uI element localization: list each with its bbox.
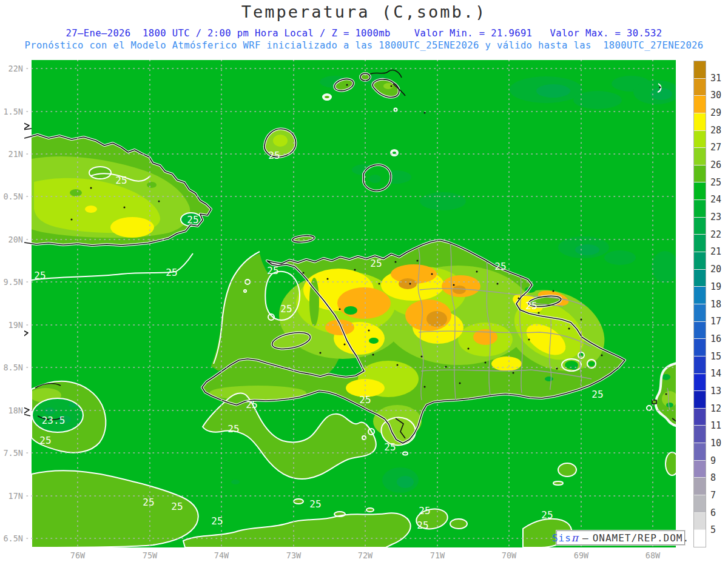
colorbar-block [694, 530, 706, 547]
brand-separator: – [582, 532, 589, 544]
lat-tick-label: 21N [0, 149, 23, 159]
colorbar-boundary-label: 29 [710, 107, 721, 118]
contour-label: 25 [419, 506, 430, 516]
contour-label: 25 [359, 395, 371, 405]
colorbar-boundary-label: 15 [710, 351, 721, 362]
colorbar-block [694, 182, 706, 200]
colorbar-boundary-label: 23 [710, 212, 721, 222]
lat-tick-label: 9.5N [0, 277, 23, 287]
lat-tick-label: 0.5N [0, 192, 23, 201]
lat-tick-label: 8.5N [0, 363, 23, 372]
colorbar-boundary-label: 14 [710, 368, 721, 379]
contour-label: 25 [494, 262, 506, 272]
lat-tick-label: 6.5N [0, 534, 23, 543]
lon-tick-label: 68W [636, 550, 670, 560]
contour-label: 25 [34, 271, 46, 281]
colorbar-block [694, 304, 706, 322]
lat-tick-label: 19N [0, 320, 23, 330]
colorbar-block [694, 322, 706, 340]
pi-symbol: π [571, 532, 579, 544]
colorbar-block [694, 200, 706, 218]
colorbar-block [694, 131, 706, 149]
lon-tick-label: 71W [420, 550, 454, 560]
branding-box: Sisπ–ONAMET/REP.DOM. [556, 530, 685, 545]
colorbar-boundary-label: 6 [710, 507, 716, 518]
lon-tick-label: 73W [277, 550, 311, 560]
lat-tick-label: 18N [0, 406, 23, 415]
contour-label: 25 [525, 301, 537, 311]
colorbar-boundary-label: 13 [710, 386, 721, 396]
colorbar-boundary-label: 19 [710, 281, 721, 292]
colorbar-block [694, 113, 706, 131]
colorbar-boundary-label: 5 [710, 524, 716, 535]
contour-label: 23.5 [42, 416, 66, 426]
colorbar-block [694, 287, 706, 304]
colorbar-boundary-label: 18 [710, 299, 721, 310]
contour-label: 25 [228, 424, 239, 434]
colorbar-boundary-label: 26 [710, 159, 721, 170]
contour-label: 25 [268, 151, 280, 161]
colorbar-boundary-label: 8 [710, 472, 716, 483]
colorbar-boundary-label: 30 [710, 90, 721, 101]
colorbar-block [694, 270, 706, 287]
colorbar-boundary-label: 16 [710, 333, 721, 344]
temperature-map [0, 0, 728, 562]
colorbar-boundary-label: 7 [710, 490, 716, 501]
colorbar-block [694, 478, 706, 495]
lat-tick-label: 22N [0, 64, 23, 73]
colorbar-boundary-label: 28 [710, 125, 721, 136]
colorbar-block [694, 218, 706, 235]
contour-label: 25 [370, 259, 382, 269]
colorbar-block [694, 409, 706, 426]
contour-label: 25 [267, 266, 278, 276]
contour-label: 25 [171, 502, 183, 512]
colorbar-block [694, 356, 706, 374]
lat-tick-label: 17N [0, 491, 23, 501]
lat-tick-label: 1.5N [0, 107, 23, 116]
lat-tick-label: 7.5N [0, 448, 23, 458]
colorbar-boundary-label: 12 [710, 403, 721, 414]
colorbar-block [694, 513, 706, 530]
colorbar-block [694, 443, 706, 461]
contour-label: 25 [417, 521, 428, 530]
contour-label: 25 [187, 215, 198, 225]
colorbar-block [694, 166, 706, 183]
contour-label: 25 [211, 517, 223, 526]
colorbar-block [694, 96, 706, 113]
colorbar-boundary-label: 11 [710, 420, 721, 431]
contour-label: 25 [592, 390, 603, 400]
colorbar [693, 61, 706, 547]
contour-label: 25 [541, 510, 553, 520]
contour-label: 25 [384, 443, 396, 452]
colorbar-block [694, 374, 706, 392]
colorbar-block [694, 252, 706, 270]
lon-tick-label: 74W [204, 550, 238, 560]
colorbar-block [694, 461, 706, 478]
colorbar-boundary-label: 9 [710, 455, 716, 466]
colorbar-boundary-label: 27 [710, 142, 721, 153]
contour-label: 25 [39, 436, 51, 446]
contour-label: 25 [166, 268, 177, 278]
lon-tick-label: 69W [564, 550, 598, 560]
contour-label: 25 [115, 176, 127, 186]
sispi-logo: Sis [552, 532, 571, 544]
colorbar-boundary-label: 17 [710, 316, 721, 327]
contour-label: 25 [280, 304, 292, 314]
colorbar-block [694, 391, 706, 409]
colorbar-boundary-label: 10 [710, 438, 721, 449]
wrf-temperature-forecast-screen: Temperatura (C,somb.) 27–Ene–2026 1800 U… [0, 0, 728, 562]
colorbar-boundary-label: 21 [710, 246, 721, 257]
lon-tick-label: 70W [492, 550, 526, 560]
colorbar-block [694, 339, 706, 356]
colorbar-boundary-label: 31 [710, 73, 721, 84]
contour-label: 25 [309, 500, 321, 509]
colorbar-block [694, 61, 706, 79]
colorbar-boundary-label: 20 [710, 264, 721, 275]
lon-tick-label: 75W [133, 550, 167, 560]
colorbar-block [694, 426, 706, 443]
lon-tick-label: 76W [61, 550, 95, 560]
contour-label: 25 [246, 400, 257, 410]
colorbar-boundary-label: 24 [710, 194, 721, 205]
colorbar-block [694, 148, 706, 166]
colorbar-block [694, 79, 706, 96]
